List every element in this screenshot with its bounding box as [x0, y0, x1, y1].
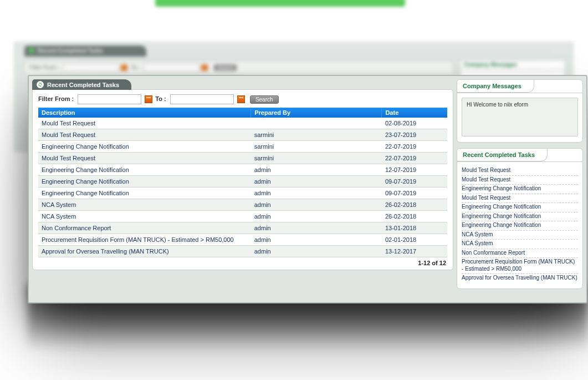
task-date: 22-07-2019 — [382, 141, 447, 153]
col-description[interactable]: Description — [38, 108, 251, 118]
task-date: 09-07-2019 — [382, 188, 447, 199]
table-row: NCA Systemadmin26-02-2018 — [38, 211, 447, 222]
task-prepared-by: admin — [251, 234, 382, 246]
list-item[interactable]: Engineering Change Notification — [462, 203, 578, 212]
recent-tasks-title: Recent Completed Tasks — [457, 149, 548, 161]
task-prepared-by: admin — [251, 222, 382, 234]
filter-row: Filter From : To : Search — [38, 94, 447, 104]
task-prepared-by: admin — [251, 246, 382, 257]
list-item[interactable]: Non Conformance Report — [462, 249, 578, 259]
table-row: Engineering Change Notificationadmin12-0… — [38, 164, 447, 176]
task-link[interactable]: Non Conformance Report — [42, 225, 111, 231]
list-item[interactable]: Approval for Oversea Travelling (MAN TRU… — [462, 274, 578, 283]
task-prepared-by: admin — [251, 164, 382, 176]
task-date: 09-07-2019 — [382, 176, 447, 188]
list-item[interactable]: Mould Test Request — [462, 194, 578, 204]
front-window: Recent Completed Tasks Filter From : To … — [28, 75, 587, 303]
task-link[interactable]: Engineering Change Notification — [42, 190, 129, 196]
filter-from-input[interactable] — [78, 94, 141, 104]
task-prepared-by: sarmini — [251, 153, 382, 164]
task-date: 26-02-2018 — [382, 199, 447, 211]
task-date: 22-07-2019 — [382, 153, 447, 164]
calendar-from-icon[interactable] — [145, 95, 152, 103]
list-item[interactable]: NCA System — [462, 231, 578, 240]
task-link[interactable]: Engineering Change Notification — [42, 166, 129, 173]
task-date: 02-08-2019 — [382, 118, 447, 129]
task-link[interactable]: Approval for Oversea Travelling (MAN TRU… — [42, 248, 169, 255]
task-link[interactable]: NCA System — [42, 201, 76, 208]
col-prepared-by[interactable]: Prepared By — [251, 108, 382, 118]
filter-to-input[interactable] — [170, 94, 234, 104]
task-date: 12-07-2019 — [382, 164, 447, 176]
task-link[interactable]: Mould Test Request — [42, 155, 95, 161]
task-link[interactable]: Engineering Change Notification — [42, 178, 129, 185]
list-item[interactable]: Engineering Change Notification — [462, 212, 578, 222]
recent-tasks-card: Recent Completed Tasks Mould Test Reques… — [457, 148, 583, 289]
task-link[interactable]: NCA System — [42, 213, 76, 220]
task-link[interactable]: Mould Test Request — [42, 120, 95, 126]
company-messages-card: Company Messages Hi Welcome to niix efor… — [457, 79, 583, 143]
tasks-table: Description Prepared By Date Mould Test … — [38, 108, 447, 257]
list-item[interactable]: Engineering Change Notification — [462, 185, 578, 194]
table-row: Engineering Change Notificationadmin09-0… — [38, 176, 447, 188]
task-date: 26-02-2018 — [382, 211, 447, 222]
panel-body: Filter From : To : Search Description Pr… — [32, 89, 453, 270]
task-prepared-by — [251, 118, 382, 129]
task-prepared-by: admin — [251, 176, 382, 188]
back-panel-tab: Recent Completed Tasks — [24, 45, 146, 57]
table-row: Procurement Requisition Form (MAN TRUCK)… — [38, 234, 447, 246]
search-button[interactable]: Search — [250, 95, 279, 104]
panel-tab-recent-completed: Recent Completed Tasks — [32, 79, 131, 90]
table-row: NCA Systemadmin26-02-2018 — [38, 199, 447, 211]
table-row: Engineering Change Notificationsarmini22… — [38, 141, 447, 153]
task-prepared-by: sarmini — [251, 129, 382, 141]
col-date[interactable]: Date — [382, 108, 447, 118]
task-date: 13-12-2017 — [382, 246, 447, 257]
company-messages-body: Hi Welcome to niix eform — [462, 98, 578, 136]
task-prepared-by: admin — [251, 199, 382, 211]
list-item[interactable]: Mould Test Request — [462, 166, 578, 176]
pager: 1-12 of 12 — [38, 257, 447, 266]
filter-from-label: Filter From : — [38, 95, 74, 102]
list-item[interactable]: Mould Test Request — [462, 176, 578, 185]
filter-to-label: To : — [155, 95, 166, 102]
recent-tasks-list: Mould Test RequestMould Test RequestEngi… — [462, 166, 578, 283]
main-column: Recent Completed Tasks Filter From : To … — [32, 79, 453, 270]
list-item[interactable]: Procurement Requisition Form (MAN TRUCK)… — [462, 258, 578, 274]
company-messages-title: Company Messages — [457, 80, 534, 93]
refresh-icon[interactable] — [37, 81, 44, 88]
table-row: Approval for Oversea Travelling (MAN TRU… — [38, 246, 447, 257]
task-prepared-by: sarmini — [251, 141, 382, 153]
side-column: Company Messages Hi Welcome to niix efor… — [457, 79, 583, 295]
list-item[interactable]: NCA System — [462, 240, 578, 249]
table-row: Engineering Change Notificationadmin09-0… — [38, 188, 447, 199]
back-green-bar — [155, 0, 405, 7]
task-link[interactable]: Engineering Change Notification — [42, 143, 129, 150]
table-row: Mould Test Requestsarmini22-07-2019 — [38, 153, 447, 164]
task-prepared-by: admin — [251, 211, 382, 222]
task-date: 02-01-2018 — [382, 234, 447, 246]
task-date: 23-07-2019 — [382, 129, 447, 141]
table-row: Mould Test Request02-08-2019 — [38, 118, 447, 129]
table-row: Non Conformance Reportadmin13-01-2018 — [38, 222, 447, 234]
task-date: 13-01-2018 — [382, 222, 447, 234]
task-link[interactable]: Mould Test Request — [42, 131, 95, 138]
task-prepared-by: admin — [251, 188, 382, 199]
table-row: Mould Test Requestsarmini23-07-2019 — [38, 129, 447, 141]
panel-title: Recent Completed Tasks — [47, 82, 119, 88]
task-link[interactable]: Procurement Requisition Form (MAN TRUCK)… — [42, 236, 234, 243]
back-filter-row: Filter From : To : Search — [24, 61, 453, 74]
calendar-to-icon[interactable] — [237, 95, 245, 103]
list-item[interactable]: Engineering Change Notification — [462, 221, 578, 231]
